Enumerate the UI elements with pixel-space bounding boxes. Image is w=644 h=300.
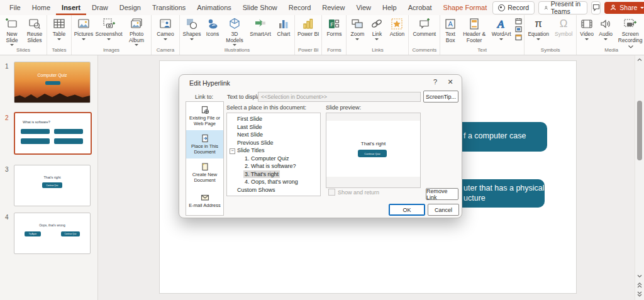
scroll-down-icon[interactable] — [637, 274, 642, 279]
power-bi-button[interactable]: Power BI — [297, 15, 319, 38]
answer-text-fragment: ucture — [464, 193, 486, 203]
help-icon[interactable]: ? — [430, 78, 440, 86]
answer-button — [54, 129, 83, 134]
new-slide-icon — [5, 17, 19, 31]
group-label-power-bi: Power BI — [296, 47, 321, 55]
screen-recording-icon — [623, 17, 637, 31]
icons-button[interactable]: Icons — [203, 15, 222, 38]
comments-pane-button[interactable] — [591, 1, 601, 14]
sidebar-item-existing-file[interactable]: Existing File or Web Page — [186, 102, 223, 130]
tree-item[interactable]: 1. Computer Quiz — [227, 155, 320, 163]
photo-album-button[interactable]: Photo Album — [123, 15, 150, 46]
dropdown-arrow-icon — [375, 38, 379, 40]
tab-design[interactable]: Design — [114, 0, 147, 15]
cancel-button[interactable]: Cancel — [428, 204, 459, 216]
dropdown-arrow-icon — [585, 38, 589, 40]
tree-item[interactable]: First Slide — [227, 115, 320, 123]
3d-models-button[interactable]: 3D Models — [222, 15, 247, 46]
tree-item[interactable]: Last Slide — [227, 123, 320, 131]
equation-button[interactable]: π Equation — [525, 15, 552, 40]
tree-collapse-icon[interactable] — [230, 148, 235, 154]
slide-thumbnail-2[interactable]: What is software? — [14, 112, 92, 155]
reuse-slides-button[interactable]: Reuse Slides — [23, 15, 46, 43]
tree-item[interactable]: Next Slide — [227, 131, 320, 139]
ok-button[interactable]: OK — [389, 204, 425, 216]
tab-draw[interactable]: Draw — [86, 0, 114, 15]
screen-recording-button[interactable]: Screen Recording — [615, 15, 644, 43]
tab-home[interactable]: Home — [26, 0, 56, 15]
vertical-scrollbar[interactable] — [635, 55, 644, 300]
tab-review[interactable]: Review — [316, 0, 350, 15]
text-box-button[interactable]: A Text Box — [441, 15, 460, 43]
header-footer-button[interactable]: Header & Footer — [460, 15, 489, 43]
tab-file[interactable]: File — [4, 0, 26, 15]
slide-number-icon[interactable] — [515, 26, 522, 33]
show-and-return-checkbox[interactable] — [328, 189, 335, 196]
scroll-up-icon[interactable] — [637, 57, 642, 62]
group-label-symbols: Symbols — [525, 47, 575, 55]
cameo-button[interactable]: Cameo — [152, 15, 179, 40]
tab-acrobat[interactable]: Acrobat — [402, 0, 438, 15]
close-icon[interactable]: ✕ — [445, 78, 455, 86]
tree-item[interactable]: 2. What is software? — [227, 162, 320, 170]
svg-text:F: F — [331, 21, 335, 28]
slide-thumbnail-4[interactable]: Oops, that's wrong Try Again Continue Qu… — [14, 213, 91, 254]
tab-view[interactable]: View — [350, 0, 377, 15]
tree-item-slide-titles[interactable]: Slide Titles — [227, 147, 320, 155]
slide-thumbnail-1[interactable]: Computer Quiz — [14, 62, 91, 103]
sidebar-item-place-in-this-document[interactable]: Place in This Document — [186, 130, 223, 158]
slide-thumbnail-3[interactable]: That's right Continue Quiz — [14, 165, 91, 206]
tab-slide-show[interactable]: Slide Show — [237, 0, 283, 15]
tab-help[interactable]: Help — [377, 0, 402, 15]
dropdown-arrow-icon — [233, 44, 236, 46]
previous-slide-button[interactable] — [637, 282, 642, 287]
present-in-teams-button[interactable]: Present in Teams — [538, 1, 587, 14]
record-button[interactable]: Record — [492, 1, 535, 14]
tab-record[interactable]: Record — [283, 0, 316, 15]
tab-transitions[interactable]: Transitions — [147, 0, 191, 15]
chart-button[interactable]: Chart — [274, 15, 294, 38]
new-slide-button[interactable]: New Slide — [1, 15, 23, 46]
group-label-media: Media — [577, 47, 644, 55]
document-place-tree: First Slide Last Slide Next Slide Previo… — [226, 113, 321, 196]
answer-text-fragment: f a computer case — [464, 131, 526, 140]
table-button[interactable]: Table — [48, 15, 70, 40]
remove-link-button[interactable]: Remove Link — [426, 188, 458, 200]
tab-animations[interactable]: Animations — [191, 0, 236, 15]
zoom-button[interactable]: Zoom — [347, 15, 367, 40]
audio-button[interactable]: Audio — [596, 15, 615, 40]
link-button[interactable]: Link — [367, 15, 386, 40]
tree-item[interactable]: Previous Slide — [227, 139, 320, 147]
smartart-button[interactable]: SmartArt — [247, 15, 274, 38]
ribbon-group-slides: New Slide Reuse Slides Slides — [0, 15, 47, 55]
date-time-icon[interactable] — [515, 18, 522, 25]
group-label-links: Links — [347, 47, 408, 55]
symbol-icon: Ω — [560, 17, 568, 31]
tree-item[interactable]: 4. Oops, that's wrong — [227, 178, 320, 186]
share-button[interactable]: Share — [604, 2, 644, 14]
tree-item[interactable]: Custom Shows — [227, 186, 320, 194]
scrollbar-thumb[interactable] — [637, 101, 642, 160]
wordart-button[interactable]: A WordArt — [489, 15, 514, 40]
svg-text:A: A — [448, 20, 453, 28]
sidebar-item-email-address[interactable]: E-mail Address — [186, 187, 223, 215]
tree-item-selected[interactable]: 3. That's right — [227, 170, 320, 179]
screentip-button[interactable]: ScreenTip... — [423, 91, 458, 103]
collapse-ribbon-button[interactable] — [628, 40, 634, 52]
tab-insert[interactable]: Insert — [56, 0, 86, 15]
action-button[interactable]: Action — [386, 15, 408, 38]
insert-object-icon[interactable] — [515, 34, 522, 41]
shapes-button[interactable]: Shapes — [180, 15, 203, 40]
video-button[interactable]: Video — [577, 15, 596, 40]
show-and-return-label: Show and return — [338, 189, 379, 196]
comment-button[interactable]: Comment — [411, 15, 438, 38]
pictures-button[interactable]: Pictures — [72, 15, 95, 40]
text-to-display-input[interactable]: <<Selection in Document>> — [258, 92, 421, 102]
forms-button[interactable]: F Forms — [323, 15, 345, 38]
screenshot-button[interactable]: Screenshot — [95, 15, 123, 40]
tab-shape-format[interactable]: Shape Format — [438, 0, 493, 15]
ribbon: New Slide Reuse Slides Slides Table Tabl… — [0, 15, 644, 55]
sidebar-item-create-new-document[interactable]: Create New Document — [186, 158, 223, 187]
group-label-comments: Comments — [409, 47, 439, 55]
next-slide-button[interactable] — [637, 291, 642, 296]
